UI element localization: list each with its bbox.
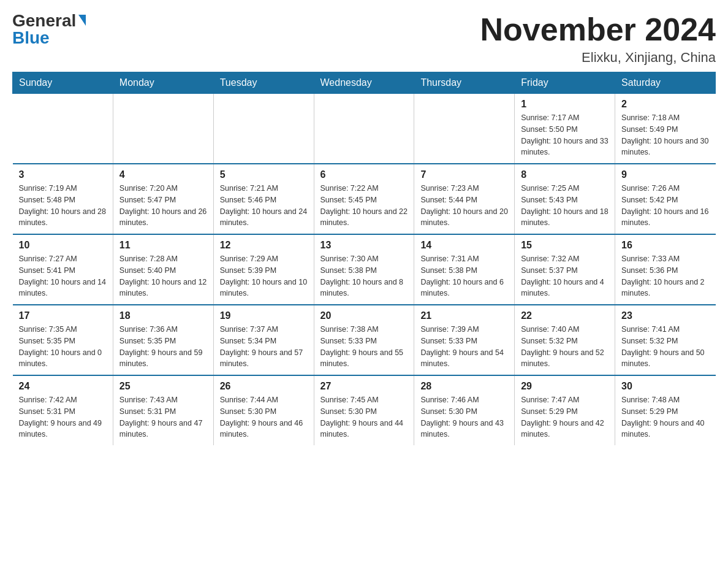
day-number: 19 bbox=[220, 310, 308, 321]
day-info: Sunrise: 7:37 AMSunset: 5:34 PMDaylight:… bbox=[220, 324, 308, 370]
logo: General Blue bbox=[12, 12, 86, 47]
calendar-cell: 25Sunrise: 7:43 AMSunset: 5:31 PMDayligh… bbox=[113, 375, 213, 445]
day-info: Sunrise: 7:21 AMSunset: 5:46 PMDaylight:… bbox=[220, 183, 308, 229]
calendar-cell: 7Sunrise: 7:23 AMSunset: 5:44 PMDaylight… bbox=[414, 164, 515, 234]
header-wednesday: Wednesday bbox=[314, 72, 414, 94]
day-info: Sunrise: 7:36 AMSunset: 5:35 PMDaylight:… bbox=[119, 324, 207, 370]
logo-blue-text: Blue bbox=[12, 29, 50, 47]
day-number: 3 bbox=[19, 169, 107, 180]
calendar-cell: 21Sunrise: 7:39 AMSunset: 5:33 PMDayligh… bbox=[414, 305, 515, 375]
calendar-cell: 12Sunrise: 7:29 AMSunset: 5:39 PMDayligh… bbox=[213, 234, 314, 305]
calendar-cell: 2Sunrise: 7:18 AMSunset: 5:49 PMDaylight… bbox=[615, 94, 716, 164]
calendar-cell bbox=[314, 94, 414, 164]
header-friday: Friday bbox=[515, 72, 615, 94]
month-title: November 2024 bbox=[480, 12, 716, 47]
day-number: 5 bbox=[220, 169, 308, 180]
day-info: Sunrise: 7:35 AMSunset: 5:35 PMDaylight:… bbox=[19, 324, 107, 370]
logo-triangle-icon bbox=[78, 15, 86, 26]
day-info: Sunrise: 7:40 AMSunset: 5:32 PMDaylight:… bbox=[521, 324, 609, 370]
calendar-cell: 4Sunrise: 7:20 AMSunset: 5:47 PMDaylight… bbox=[113, 164, 213, 234]
day-info: Sunrise: 7:42 AMSunset: 5:31 PMDaylight:… bbox=[19, 394, 107, 440]
day-number: 4 bbox=[119, 169, 207, 180]
week-row-4: 17Sunrise: 7:35 AMSunset: 5:35 PMDayligh… bbox=[13, 305, 716, 375]
day-info: Sunrise: 7:47 AMSunset: 5:29 PMDaylight:… bbox=[521, 394, 609, 440]
calendar-cell: 11Sunrise: 7:28 AMSunset: 5:40 PMDayligh… bbox=[113, 234, 213, 305]
day-number: 8 bbox=[521, 169, 609, 180]
calendar-cell: 9Sunrise: 7:26 AMSunset: 5:42 PMDaylight… bbox=[615, 164, 716, 234]
header-tuesday: Tuesday bbox=[213, 72, 314, 94]
calendar-cell: 15Sunrise: 7:32 AMSunset: 5:37 PMDayligh… bbox=[515, 234, 615, 305]
calendar-cell bbox=[113, 94, 213, 164]
day-info: Sunrise: 7:48 AMSunset: 5:29 PMDaylight:… bbox=[621, 394, 709, 440]
day-info: Sunrise: 7:39 AMSunset: 5:33 PMDaylight:… bbox=[420, 324, 508, 370]
week-row-3: 10Sunrise: 7:27 AMSunset: 5:41 PMDayligh… bbox=[13, 234, 716, 305]
day-number: 27 bbox=[320, 381, 408, 392]
calendar-cell: 24Sunrise: 7:42 AMSunset: 5:31 PMDayligh… bbox=[13, 375, 113, 445]
calendar-cell: 6Sunrise: 7:22 AMSunset: 5:45 PMDaylight… bbox=[314, 164, 414, 234]
day-info: Sunrise: 7:45 AMSunset: 5:30 PMDaylight:… bbox=[320, 394, 408, 440]
header-sunday: Sunday bbox=[13, 72, 113, 94]
calendar-cell: 8Sunrise: 7:25 AMSunset: 5:43 PMDaylight… bbox=[515, 164, 615, 234]
calendar-cell: 26Sunrise: 7:44 AMSunset: 5:30 PMDayligh… bbox=[213, 375, 314, 445]
day-info: Sunrise: 7:38 AMSunset: 5:33 PMDaylight:… bbox=[320, 324, 408, 370]
calendar-cell: 23Sunrise: 7:41 AMSunset: 5:32 PMDayligh… bbox=[615, 305, 716, 375]
day-info: Sunrise: 7:33 AMSunset: 5:36 PMDaylight:… bbox=[621, 253, 709, 299]
logo-general-text: General bbox=[12, 12, 76, 29]
calendar-cell bbox=[213, 94, 314, 164]
day-number: 16 bbox=[621, 240, 709, 251]
day-number: 13 bbox=[320, 240, 408, 251]
day-number: 9 bbox=[621, 169, 709, 180]
day-number: 12 bbox=[220, 240, 308, 251]
day-number: 20 bbox=[320, 310, 408, 321]
day-number: 24 bbox=[19, 381, 107, 392]
header-monday: Monday bbox=[113, 72, 213, 94]
day-info: Sunrise: 7:25 AMSunset: 5:43 PMDaylight:… bbox=[521, 183, 609, 229]
day-info: Sunrise: 7:17 AMSunset: 5:50 PMDaylight:… bbox=[521, 112, 609, 158]
day-info: Sunrise: 7:22 AMSunset: 5:45 PMDaylight:… bbox=[320, 183, 408, 229]
day-info: Sunrise: 7:29 AMSunset: 5:39 PMDaylight:… bbox=[220, 253, 308, 299]
day-number: 1 bbox=[521, 99, 609, 110]
day-number: 11 bbox=[119, 240, 207, 251]
calendar-cell: 27Sunrise: 7:45 AMSunset: 5:30 PMDayligh… bbox=[314, 375, 414, 445]
calendar-cell: 19Sunrise: 7:37 AMSunset: 5:34 PMDayligh… bbox=[213, 305, 314, 375]
calendar-cell: 1Sunrise: 7:17 AMSunset: 5:50 PMDaylight… bbox=[515, 94, 615, 164]
day-info: Sunrise: 7:41 AMSunset: 5:32 PMDaylight:… bbox=[621, 324, 709, 370]
day-info: Sunrise: 7:20 AMSunset: 5:47 PMDaylight:… bbox=[119, 183, 207, 229]
day-info: Sunrise: 7:18 AMSunset: 5:49 PMDaylight:… bbox=[621, 112, 709, 158]
day-number: 2 bbox=[621, 99, 709, 110]
day-number: 26 bbox=[220, 381, 308, 392]
day-info: Sunrise: 7:44 AMSunset: 5:30 PMDaylight:… bbox=[220, 394, 308, 440]
location: Elixku, Xinjiang, China bbox=[480, 50, 716, 66]
header-row: Sunday Monday Tuesday Wednesday Thursday… bbox=[13, 72, 716, 94]
day-number: 6 bbox=[320, 169, 408, 180]
day-info: Sunrise: 7:43 AMSunset: 5:31 PMDaylight:… bbox=[119, 394, 207, 440]
day-info: Sunrise: 7:31 AMSunset: 5:38 PMDaylight:… bbox=[420, 253, 508, 299]
calendar-cell: 16Sunrise: 7:33 AMSunset: 5:36 PMDayligh… bbox=[615, 234, 716, 305]
calendar-cell: 10Sunrise: 7:27 AMSunset: 5:41 PMDayligh… bbox=[13, 234, 113, 305]
day-info: Sunrise: 7:32 AMSunset: 5:37 PMDaylight:… bbox=[521, 253, 609, 299]
day-number: 21 bbox=[420, 310, 508, 321]
calendar-body: 1Sunrise: 7:17 AMSunset: 5:50 PMDaylight… bbox=[13, 94, 716, 446]
day-number: 15 bbox=[521, 240, 609, 251]
day-info: Sunrise: 7:26 AMSunset: 5:42 PMDaylight:… bbox=[621, 183, 709, 229]
calendar-cell: 20Sunrise: 7:38 AMSunset: 5:33 PMDayligh… bbox=[314, 305, 414, 375]
day-number: 23 bbox=[621, 310, 709, 321]
calendar-cell: 17Sunrise: 7:35 AMSunset: 5:35 PMDayligh… bbox=[13, 305, 113, 375]
calendar-cell bbox=[414, 94, 515, 164]
calendar-cell: 5Sunrise: 7:21 AMSunset: 5:46 PMDaylight… bbox=[213, 164, 314, 234]
calendar-cell bbox=[13, 94, 113, 164]
day-info: Sunrise: 7:27 AMSunset: 5:41 PMDaylight:… bbox=[19, 253, 107, 299]
day-number: 29 bbox=[521, 381, 609, 392]
calendar-header: Sunday Monday Tuesday Wednesday Thursday… bbox=[13, 72, 716, 94]
calendar-cell: 18Sunrise: 7:36 AMSunset: 5:35 PMDayligh… bbox=[113, 305, 213, 375]
week-row-2: 3Sunrise: 7:19 AMSunset: 5:48 PMDaylight… bbox=[13, 164, 716, 234]
day-number: 10 bbox=[19, 240, 107, 251]
header-saturday: Saturday bbox=[615, 72, 716, 94]
calendar-cell: 29Sunrise: 7:47 AMSunset: 5:29 PMDayligh… bbox=[515, 375, 615, 445]
day-number: 14 bbox=[420, 240, 508, 251]
calendar-table: Sunday Monday Tuesday Wednesday Thursday… bbox=[12, 72, 716, 445]
calendar-cell: 14Sunrise: 7:31 AMSunset: 5:38 PMDayligh… bbox=[414, 234, 515, 305]
day-number: 18 bbox=[119, 310, 207, 321]
day-info: Sunrise: 7:28 AMSunset: 5:40 PMDaylight:… bbox=[119, 253, 207, 299]
day-number: 17 bbox=[19, 310, 107, 321]
